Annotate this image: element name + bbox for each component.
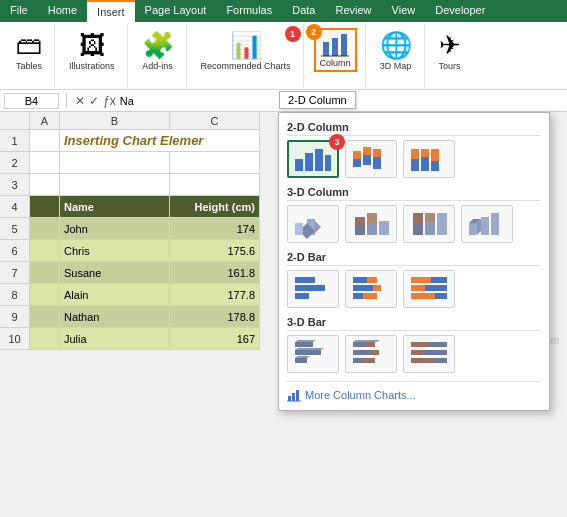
chart-stacked-bar-2d[interactable] — [345, 270, 397, 308]
row-num-4: 4 — [0, 196, 30, 218]
addins-icon: 🧩 — [142, 30, 174, 61]
chart-row-2d-column: 3 — [287, 140, 541, 178]
addins-button[interactable]: 🧩 Add-ins — [138, 28, 178, 73]
tours-label: Tours — [439, 61, 461, 71]
chart-100pct-bar-2d[interactable] — [403, 270, 455, 308]
chart-100pct-3d[interactable] — [403, 205, 455, 243]
cell-c10-height[interactable]: 167 — [170, 328, 260, 350]
tab-formulas[interactable]: Formulas — [216, 0, 282, 22]
col-header-c: C — [170, 112, 260, 130]
tours-button[interactable]: ✈ Tours — [435, 28, 465, 73]
cell-b9-name[interactable]: Nathan — [60, 306, 170, 328]
cell-c6-height[interactable]: 175.6 — [170, 240, 260, 262]
svg-rect-5 — [305, 153, 313, 171]
svg-rect-58 — [295, 350, 321, 355]
cell-a3[interactable] — [30, 174, 60, 196]
ribbon-group-addins: 🧩 Add-ins — [130, 24, 187, 87]
section-3d-bar: 3-D Bar — [287, 316, 541, 373]
section-2d-bar: 2-D Bar — [287, 251, 541, 308]
cell-b5-name[interactable]: John — [60, 218, 170, 240]
more-charts-divider: More Column Charts... — [287, 381, 541, 402]
svg-rect-51 — [411, 277, 431, 283]
chart-clustered-bar-2d[interactable] — [287, 270, 339, 308]
chart-stacked-3d[interactable] — [345, 205, 397, 243]
cell-a7[interactable] — [30, 262, 60, 284]
svg-rect-43 — [295, 293, 309, 299]
svg-rect-32 — [413, 213, 423, 223]
svg-rect-74 — [411, 358, 433, 363]
tab-home[interactable]: Home — [38, 0, 87, 22]
cell-a8[interactable] — [30, 284, 60, 306]
function-icon[interactable]: ƒx — [103, 94, 116, 108]
tab-insert[interactable]: Insert — [87, 0, 135, 22]
row-num-2: 2 — [0, 152, 30, 174]
cell-b10-name[interactable]: Julia — [60, 328, 170, 350]
cell-a1[interactable] — [30, 130, 60, 152]
svg-rect-44 — [353, 277, 367, 283]
chart-clustered-3d[interactable] — [287, 205, 339, 243]
cell-c5-height[interactable]: 174 — [170, 218, 260, 240]
cell-b1[interactable]: Inserting Chart Elemer — [60, 130, 260, 152]
chart-dropdown: 2-D Column 2-D Column 3 — [278, 112, 550, 411]
chart-stacked-col-2d[interactable] — [345, 140, 397, 178]
cell-b2[interactable] — [60, 152, 170, 174]
row-num-6: 6 — [0, 240, 30, 262]
cell-b7-name[interactable]: Susane — [60, 262, 170, 284]
svg-rect-15 — [411, 149, 419, 159]
confirm-icon[interactable]: ✓ — [89, 94, 99, 108]
cell-reference[interactable] — [4, 93, 59, 109]
tab-data[interactable]: Data — [282, 0, 325, 22]
recommended-charts-button[interactable]: 📊 Recommended Charts — [197, 28, 295, 73]
tab-developer[interactable]: Developer — [425, 0, 495, 22]
cell-a5[interactable] — [30, 218, 60, 240]
tables-button[interactable]: 🗃 Tables — [12, 28, 46, 73]
chart-row-3d-column — [287, 205, 541, 243]
cell-a9[interactable] — [30, 306, 60, 328]
tab-pagelayout[interactable]: Page Layout — [135, 0, 217, 22]
col-header-b: B — [60, 112, 170, 130]
cell-a10[interactable] — [30, 328, 60, 350]
chart-100pct-col-2d[interactable] — [403, 140, 455, 178]
cell-a2[interactable] — [30, 152, 60, 174]
cell-b8-name[interactable]: Alain — [60, 284, 170, 306]
chart-stacked-bar-3d[interactable] — [345, 335, 397, 373]
chart-100pct-bar-3d[interactable] — [403, 335, 455, 373]
cell-c4[interactable]: Height (cm) — [170, 196, 260, 218]
ribbon-tabs: File Home Insert Page Layout Formulas Da… — [0, 0, 567, 22]
svg-rect-29 — [367, 213, 377, 223]
section-2d-column: 2-D Column 3 — [287, 121, 541, 178]
section-3d-column-title: 3-D Column — [287, 186, 541, 201]
svg-rect-9 — [353, 151, 361, 159]
illustrations-button[interactable]: 🖼 Illustrations — [65, 28, 119, 73]
tab-review[interactable]: Review — [325, 0, 381, 22]
ribbon-group-charts: 📊 Recommended Charts 1 — [189, 24, 304, 87]
3dmap-label: 3D Map — [380, 61, 412, 71]
cell-a4[interactable] — [30, 196, 60, 218]
svg-rect-19 — [431, 149, 439, 161]
cell-c2[interactable] — [170, 152, 260, 174]
cell-c7-height[interactable]: 161.8 — [170, 262, 260, 284]
chart-3d-col[interactable] — [461, 205, 513, 243]
svg-rect-66 — [371, 350, 379, 355]
cell-a6[interactable] — [30, 240, 60, 262]
svg-rect-35 — [437, 213, 447, 235]
cell-c3[interactable] — [170, 174, 260, 196]
tab-view[interactable]: View — [382, 0, 426, 22]
cell-c8-height[interactable]: 177.8 — [170, 284, 260, 306]
tab-file[interactable]: File — [0, 0, 38, 22]
2d-column-tooltip: 2-D Column — [279, 91, 356, 109]
chart-row-3d-bar — [287, 335, 541, 373]
svg-rect-46 — [353, 285, 373, 291]
cell-b4[interactable]: Name — [60, 196, 170, 218]
more-charts-link[interactable]: More Column Charts... — [287, 388, 541, 402]
cell-c9-height[interactable]: 178.8 — [170, 306, 260, 328]
svg-rect-17 — [421, 149, 429, 157]
chart-row-2d-bar — [287, 270, 541, 308]
chart-clustered-col-2d[interactable]: 3 — [287, 140, 339, 178]
3dmap-button[interactable]: 🌐 3D Map — [376, 28, 416, 73]
chart-clustered-bar-3d[interactable] — [287, 335, 339, 373]
cell-b6-name[interactable]: Chris — [60, 240, 170, 262]
addins-label: Add-ins — [142, 61, 173, 71]
cancel-icon[interactable]: ✕ — [75, 94, 85, 108]
cell-b3[interactable] — [60, 174, 170, 196]
